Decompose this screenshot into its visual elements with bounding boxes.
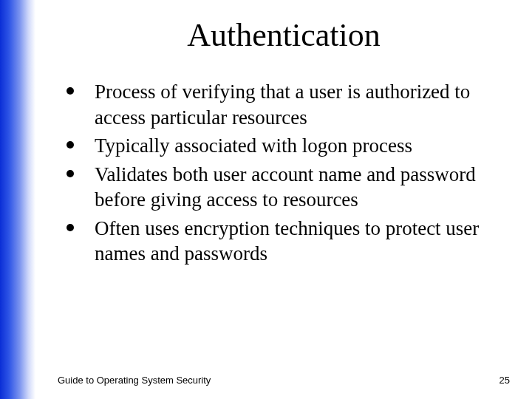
bullet-list: Process of verifying that a user is auth…	[58, 79, 510, 267]
list-item: Process of verifying that a user is auth…	[58, 79, 510, 130]
list-item: Often uses encryption techniques to prot…	[58, 216, 510, 267]
footer-left-text: Guide to Operating System Security	[58, 375, 211, 386]
list-item: Typically associated with logon process	[58, 133, 510, 159]
bullet-icon	[66, 170, 74, 177]
list-item: Validates both user account name and pas…	[58, 162, 510, 213]
bullet-text: Often uses encryption techniques to prot…	[95, 217, 479, 265]
bullet-text: Process of verifying that a user is auth…	[95, 81, 470, 129]
slide-footer: Guide to Operating System Security 25	[58, 375, 510, 386]
bullet-icon	[66, 141, 74, 149]
slide-title: Authentication	[58, 16, 510, 54]
side-gradient-decoration	[0, 0, 35, 399]
page-number: 25	[499, 375, 510, 386]
slide-content: Authentication Process of verifying that…	[35, 0, 532, 399]
bullet-text: Validates both user account name and pas…	[95, 163, 476, 211]
bullet-icon	[66, 224, 74, 231]
bullet-icon	[66, 87, 74, 95]
bullet-text: Typically associated with logon process	[95, 134, 412, 157]
